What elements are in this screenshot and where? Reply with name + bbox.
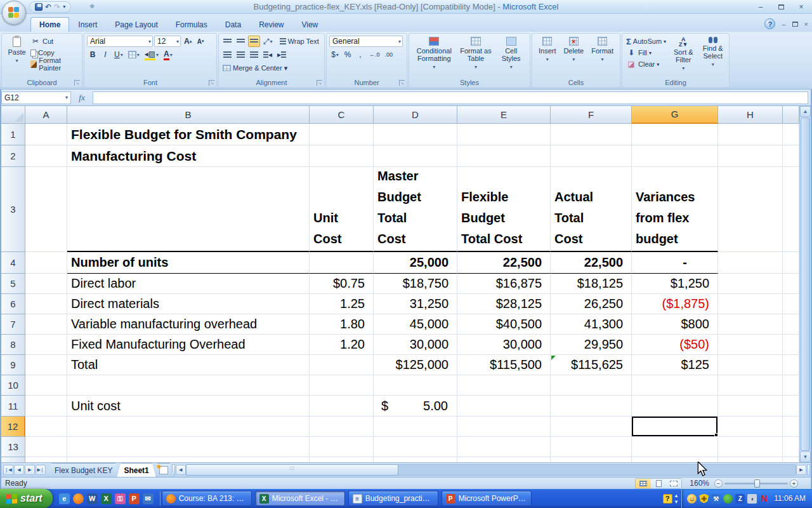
row-header-3[interactable]: 3 [1, 167, 25, 252]
format-cells-button[interactable]: Format▾ [589, 36, 616, 65]
scroll-left-button[interactable]: ◀ [176, 465, 186, 475]
sheet-tab-flex-budget-key[interactable]: Flex Budget KEY [48, 463, 119, 477]
cell-B1[interactable]: Flexible Budget for Smith Company [67, 124, 310, 145]
cell-G10[interactable] [632, 375, 718, 396]
cell-A6[interactable] [25, 294, 67, 314]
row-header-1[interactable]: 1 [1, 124, 25, 145]
row-header-9[interactable]: 9 [1, 355, 25, 375]
cell-H6[interactable] [718, 294, 783, 314]
cell-A11[interactable] [25, 396, 67, 417]
cell-A10[interactable] [25, 375, 67, 396]
close-button[interactable]: × [794, 2, 808, 11]
cell-H1[interactable] [718, 124, 783, 145]
currency-format-button[interactable]: $▾ [329, 49, 341, 60]
fill-color-button[interactable]: ◂▨▾ [143, 49, 160, 60]
cell-D6[interactable]: 31,250 [374, 294, 457, 314]
format-as-table-button[interactable]: Format as Table▾ [457, 36, 494, 72]
cell-C8[interactable]: 1.20 [310, 335, 374, 355]
cell-E9[interactable]: $115,500 [457, 355, 551, 375]
cell-G1[interactable] [632, 124, 718, 145]
cell-H3[interactable] [718, 167, 783, 252]
cell-E4[interactable]: 22,500 [457, 252, 551, 274]
restore-button[interactable] [774, 2, 788, 11]
column-header-E[interactable]: E [457, 106, 551, 124]
powerpoint-icon[interactable]: P [129, 493, 140, 504]
column-header-A[interactable]: A [25, 106, 67, 124]
tab-insert[interactable]: Insert [69, 17, 106, 32]
cell-E7[interactable]: $40,500 [457, 314, 551, 335]
cell-C13[interactable] [310, 437, 374, 457]
cell-C4[interactable] [310, 252, 374, 274]
first-sheet-button[interactable]: ❘◀ [3, 465, 13, 475]
selected-cell-G12[interactable] [632, 417, 718, 437]
hidden-icons-chevron[interactable]: ▴▾ [675, 492, 678, 505]
number-dialog-launcher[interactable] [399, 80, 405, 86]
taskbar-button-document[interactable]: ≡Budgeting_practice-fl... [348, 491, 438, 506]
font-size-combo[interactable]: 12▾ [154, 36, 181, 47]
cell-B10[interactable] [67, 375, 310, 396]
cell-G2[interactable] [632, 145, 718, 167]
cell-D11[interactable]: $5.00 [374, 396, 457, 417]
zoom-level[interactable]: 160% [690, 479, 709, 488]
cut-button[interactable]: ✂Cut [29, 36, 79, 47]
align-right-button[interactable] [248, 49, 260, 60]
cell-F6[interactable]: 26,250 [551, 294, 632, 314]
cell-G9[interactable]: $125 [632, 355, 718, 375]
cell-F5[interactable]: $18,125 [551, 274, 632, 294]
mail-icon[interactable]: ✉ [143, 493, 154, 504]
cell-B9[interactable]: Total [67, 355, 310, 375]
font-name-combo[interactable]: Arial▾ [87, 36, 153, 47]
paste-button[interactable]: Paste▾ [4, 36, 29, 70]
cell-H13[interactable] [718, 437, 783, 457]
column-header-G[interactable]: G [632, 106, 718, 124]
cell-D2[interactable] [374, 145, 457, 167]
cell-H2[interactable] [718, 145, 783, 167]
cell-A8[interactable] [25, 335, 67, 355]
cell-C11[interactable] [310, 396, 374, 417]
workbook-close-button[interactable]: × [804, 20, 808, 28]
cell-C5[interactable]: $0.75 [310, 274, 374, 294]
cell-C6[interactable]: 1.25 [310, 294, 374, 314]
prev-sheet-button[interactable]: ◀ [14, 465, 24, 475]
insert-worksheet-tab[interactable] [154, 463, 174, 477]
workbook-restore-button[interactable] [792, 20, 798, 28]
cell-B5[interactable]: Direct labor [67, 274, 310, 294]
antivirus-tray-icon[interactable] [723, 494, 733, 504]
column-header-D[interactable]: D [374, 106, 457, 124]
decrease-decimal-button[interactable]: .00 [383, 49, 395, 60]
key-icon[interactable]: ⚿ [115, 493, 126, 504]
tools-tray-icon[interactable]: ⚒ [711, 494, 721, 504]
name-box[interactable]: G12▾ [1, 91, 71, 104]
cell-F1[interactable] [551, 124, 632, 145]
cell-G7[interactable]: $800 [632, 314, 718, 335]
cell-B3[interactable] [67, 167, 310, 252]
help-tray-icon[interactable]: ? [663, 494, 672, 504]
row-header-13[interactable]: 13 [1, 437, 25, 457]
cell-D4[interactable]: 25,000 [374, 252, 457, 274]
cell-C2[interactable] [310, 145, 374, 167]
font-dialog-launcher[interactable] [209, 80, 214, 86]
cell-D7[interactable]: 45,000 [374, 314, 457, 335]
cell-H7[interactable] [718, 314, 783, 335]
cell-C10[interactable] [310, 375, 374, 396]
cell-H12[interactable] [718, 417, 783, 437]
cell-F3[interactable]: Actual Total Cost [551, 167, 632, 252]
sort-filter-button[interactable]: AZ▼ Sort & Filter▾ [670, 36, 697, 74]
cell-G13[interactable] [632, 437, 718, 457]
firefox-icon[interactable] [73, 493, 84, 504]
tab-formulas[interactable]: Formulas [167, 17, 216, 32]
vertical-scrollbar[interactable]: ▲ ▼ [799, 106, 811, 462]
cell-F13[interactable] [551, 437, 632, 457]
cell-C9[interactable] [310, 355, 374, 375]
scrollbar-split-handle[interactable] [807, 464, 810, 476]
find-select-button[interactable]: Find & Select▾ [700, 36, 726, 74]
cell-G11[interactable] [632, 396, 718, 417]
workbook-minimize-button[interactable]: – [782, 20, 785, 28]
merge-center-button[interactable]: Merge & Center▾ [221, 62, 289, 74]
cell-D12[interactable] [374, 417, 457, 437]
bold-button[interactable]: B [87, 49, 98, 60]
scroll-right-button[interactable]: ▶ [796, 465, 806, 475]
vertical-scroll-thumb[interactable] [801, 117, 810, 451]
delete-cells-button[interactable]: × Delete▾ [561, 36, 586, 65]
cell-H8[interactable] [718, 335, 783, 355]
